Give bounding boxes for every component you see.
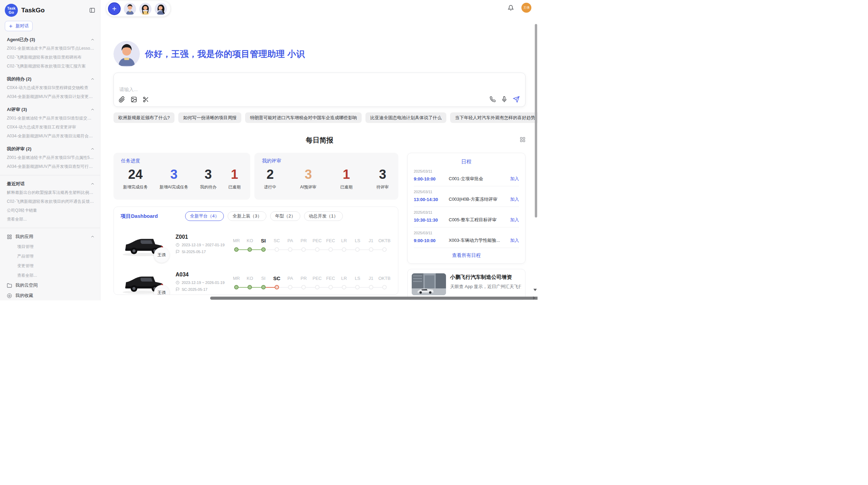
list-item[interactable]: Z001-全新燃油皮卡产品开发项目SI节点Lesson Learn报告 xyxy=(0,44,100,53)
suggestion-chip[interactable]: 如何写一份清晰的项目周报 xyxy=(178,112,241,123)
project-row-z001[interactable]: 王强 Z001 2023-12-19 ~ 2027-01-19 xyxy=(121,229,391,259)
chat-composer[interactable]: 请输入... xyxy=(113,73,526,107)
stat-label: 已逾期 xyxy=(340,184,352,190)
scroll-down-arrow[interactable] xyxy=(533,289,537,291)
list-item[interactable]: C02-飞腾新能源轻客改款项目的闭环通告反馈情况 xyxy=(0,197,100,206)
tab-model-year[interactable]: 年型（2） xyxy=(270,211,300,221)
new-chat-label: 新对话 xyxy=(15,23,29,29)
section-my-todo[interactable]: 我的待办 (2) xyxy=(0,75,100,83)
sidebar-item-my-apps[interactable]: 我的应用 xyxy=(0,232,100,242)
join-link[interactable]: 加入 xyxy=(510,237,519,244)
content: 你好，王强，我是你的项目管理助理 小识 请输入... 欧洲新规最近颁布了什么? … xyxy=(100,41,538,300)
view-all-schedule-link[interactable]: 查看所有日程 xyxy=(414,248,519,261)
schedule-date: 2025/03/11 xyxy=(414,231,519,235)
microphone-icon[interactable] xyxy=(501,96,507,102)
news-card[interactable]: 小鹏飞行汽车制造公司增资 天眼查 App 显示，近日广州汇天飞行汽... xyxy=(407,269,526,300)
scissors-icon[interactable] xyxy=(143,96,149,103)
sidebar-item-favorites[interactable]: 我的收藏 xyxy=(0,290,100,300)
attachment-icon[interactable] xyxy=(119,96,125,103)
list-item[interactable]: A034-全新新能源MUV产品开发项目计划变更表编写 xyxy=(0,92,100,101)
stat-value: 24 xyxy=(128,166,143,183)
schedule-date: 2025/03/11 xyxy=(414,190,519,194)
chevron-up-icon[interactable] xyxy=(91,182,95,186)
dates-text: 2023-12-19 ~ 2027-01-19 xyxy=(182,243,225,247)
list-item[interactable]: Z001-全新燃油轻卡产品开发项目SI节点属性5D文件评审 xyxy=(0,153,100,162)
app-item-change-mgmt[interactable]: 变更管理 xyxy=(0,261,100,271)
stat-label: 新增AI完成任务 xyxy=(160,184,188,190)
list-item[interactable]: 解释最新出台的欧盟报废车法规再生塑料比例被调至15%... xyxy=(0,188,100,197)
chevron-up-icon[interactable] xyxy=(91,38,95,42)
stat-value: 1 xyxy=(343,166,350,183)
suggestion-chip[interactable]: 比亚迪全固态电池计划具体说了什么 xyxy=(365,112,446,123)
image-icon[interactable] xyxy=(131,96,137,103)
schedule-item[interactable]: 2025/03/11 9:00-10:00 C001-立项审批会 加入 xyxy=(414,166,519,186)
list-item[interactable]: C0X4-动力总成开发项目SI里程碑提交物检查 xyxy=(0,83,100,92)
list-item[interactable]: C02-飞腾新能源轻客改款项目里程碑画布 xyxy=(0,53,100,62)
list-item[interactable]: A034-全新新能源MUV产品开发项目法规符合性评审 xyxy=(0,132,100,140)
view-all-chats[interactable]: 查看全部... xyxy=(0,215,100,224)
agent-avatar-2[interactable] xyxy=(139,3,152,15)
tab-new-platform[interactable]: 全新平台（4） xyxy=(185,211,224,221)
sidebar-item-cloud-space[interactable]: 我的云空间 xyxy=(0,280,100,290)
stat-pending-review: 3 待评审 xyxy=(376,166,389,190)
tab-powertrain[interactable]: 动总开发（1） xyxy=(304,211,343,221)
list-item[interactable]: C0X4-动力总成开发项目工程变更评审 xyxy=(0,123,100,132)
agent-avatar-3[interactable] xyxy=(155,3,167,15)
join-link[interactable]: 加入 xyxy=(510,217,519,223)
list-item[interactable]: Z001-全新燃油轻卡产品开发项目SI造型提交物评审 xyxy=(0,114,100,123)
notification-bell-icon[interactable] xyxy=(508,5,514,11)
join-link[interactable]: 加入 xyxy=(510,196,519,202)
section-recent-chats[interactable]: 最近对话 xyxy=(0,180,100,188)
section-agent-done[interactable]: Agent已办 (3) xyxy=(0,36,100,44)
my-review-card: 我的评审 2 进行中 3 AI预评审 xyxy=(254,153,398,200)
section-ai-review[interactable]: AI评审 (3) xyxy=(0,105,100,114)
list-item[interactable]: C02-飞腾新能源轻客改款项目立项汇报方案 xyxy=(0,62,100,71)
schedule-date: 2025/03/11 xyxy=(414,210,519,214)
new-chat-button[interactable]: 新对话 xyxy=(5,21,33,31)
card-title: 我的评审 xyxy=(262,158,391,164)
send-icon[interactable] xyxy=(513,96,520,103)
milestone-oktb: OKTB xyxy=(378,275,391,289)
app-item-product-mgmt[interactable]: 产品管理 xyxy=(0,251,100,261)
stat-value: 3 xyxy=(205,166,212,183)
phone-icon[interactable] xyxy=(490,96,496,102)
flag-text: SC-2025-05-17 xyxy=(182,287,207,291)
stat-label: 待评审 xyxy=(376,184,389,190)
user-avatar[interactable]: 王强 xyxy=(521,3,531,13)
sidebar-collapse-icon[interactable] xyxy=(89,7,95,13)
schedule-item[interactable]: 2025/03/11 13:00-14:30 C003|H0B-方案冻结评审 加… xyxy=(414,186,519,207)
schedule-item[interactable]: 2025/03/11 9:00-10:00 X003-车辆动力学性能验... 加… xyxy=(414,227,519,248)
chevron-up-icon[interactable] xyxy=(91,235,95,239)
app-item-view-all[interactable]: 查看全部... xyxy=(0,271,100,280)
project-row-a034[interactable]: 王强 A034 2023-12-19 ~ 2026-01-19 xyxy=(121,267,391,295)
schedule-item[interactable]: 2025/03/11 10:30-11:30 C005-整车工程目标评审 加入 xyxy=(414,207,519,227)
list-item[interactable]: 公司Q3轻卡销量 xyxy=(0,206,100,215)
list-item[interactable]: A034-全新新能源MUV产品开发项目造型可行性评审 xyxy=(0,162,100,171)
section-title: 我的待办 (2) xyxy=(7,76,32,82)
suggestion-chip[interactable]: 特朗普可能对进口汽车增税会对中国车企造成哪些影响 xyxy=(245,112,362,123)
tab-new-body[interactable]: 全新上装（3） xyxy=(228,211,266,221)
section-my-review[interactable]: 我的评审 (2) xyxy=(0,145,100,153)
suggestion-chip[interactable]: 欧洲新规最近颁布了什么? xyxy=(113,112,174,123)
logo-text-top: Task xyxy=(7,6,15,10)
stat-overdue: 1 已逾期 xyxy=(340,166,352,190)
project-name: A034 xyxy=(176,272,228,278)
suggestion-chip[interactable]: 当下年轻人对汽车外观有怎样的喜好趋势 xyxy=(450,112,538,123)
agent-avatar-1[interactable] xyxy=(124,3,136,15)
chevron-up-icon[interactable] xyxy=(91,77,95,81)
scroll-right-arrow[interactable] xyxy=(533,296,535,300)
app-item-project-mgmt[interactable]: 项目管理 xyxy=(0,242,100,251)
chevron-up-icon[interactable] xyxy=(91,108,95,112)
task-progress-card: 任务进度 24 新增完成任务 3 新增AI完成任务 xyxy=(113,153,250,200)
greeting-text: 你好，王强，我是你的项目管理助理 小识 xyxy=(145,48,305,60)
card-title: 任务进度 xyxy=(121,158,243,164)
stat-new-done: 24 新增完成任务 xyxy=(123,166,148,190)
vertical-scrollbar[interactable] xyxy=(535,24,537,217)
project-dates: 2023-12-19 ~ 2026-01-19 xyxy=(176,281,228,285)
layout-grid-icon[interactable] xyxy=(520,137,526,142)
horizontal-scrollbar[interactable] xyxy=(210,297,538,300)
schedule-time: 9:00-10:00 xyxy=(414,238,449,243)
join-link[interactable]: 加入 xyxy=(510,176,519,182)
add-agent-button[interactable] xyxy=(108,2,121,15)
chevron-up-icon[interactable] xyxy=(91,147,95,151)
